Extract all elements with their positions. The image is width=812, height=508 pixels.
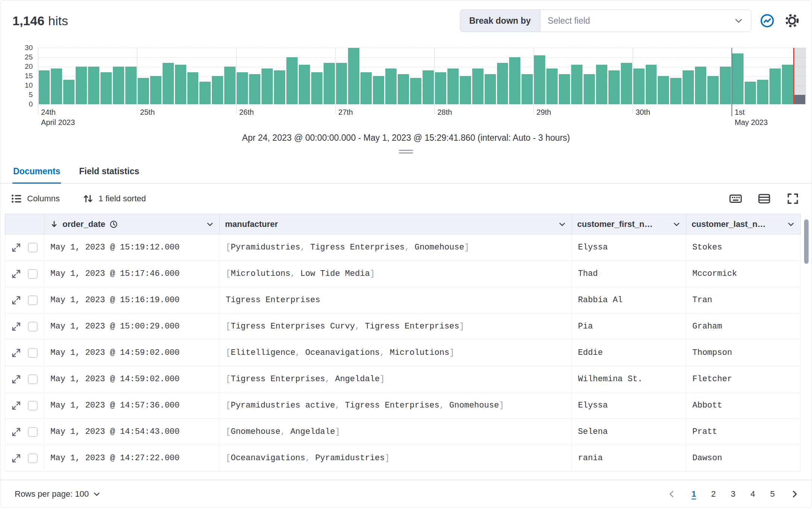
day-gridline [335,48,336,114]
cell-manufacturer: [Tigress Enterprises Curvy, Tigress Ente… [220,313,572,340]
table-header-row: order_date manufacturer [5,214,801,234]
cell-customer-first-name: Eddie [572,340,686,366]
histogram-bar [224,67,236,104]
chevron-down-icon [787,220,795,228]
histogram-bar [782,65,793,104]
expand-document-button[interactable] [11,401,21,411]
histogram-bar [534,55,545,104]
histogram-bar [212,76,223,104]
cell-row-controls [5,261,44,287]
columns-button[interactable]: Columns [9,193,62,205]
cell-order-date: May 1, 2023 @ 14:59:02.000 [44,340,220,366]
histogram-bar [596,65,607,104]
table-row: May 1, 2023 @ 15:00:29.000[Tigress Enter… [5,313,801,340]
select-row-checkbox[interactable] [28,243,38,252]
rows-per-page-button[interactable]: Rows per page: 100 [12,489,103,499]
expand-document-button[interactable] [11,243,21,252]
select-row-checkbox[interactable] [28,322,38,332]
column-header-customer-first-name[interactable]: customer_first_n… [572,214,686,234]
expand-document-button[interactable] [11,374,21,384]
cell-customer-first-name: rania [572,445,686,471]
page-3-button[interactable]: 3 [731,489,735,499]
time-range-caption: Apr 24, 2023 @ 00:00:00.000 - May 1, 202… [0,133,812,143]
cell-customer-last-name: Dawson [686,445,801,471]
fullscreen-icon [787,193,799,205]
cell-customer-last-name: Pratt [686,419,801,445]
histogram-bar [435,72,446,104]
partial-bucket-bar [794,95,806,104]
column-header-manufacturer[interactable]: manufacturer [220,214,572,234]
breakdown-control: Break down by Select field [460,9,751,32]
table-row: May 1, 2023 @ 14:59:02.000[Tigress Enter… [5,366,801,392]
cell-customer-first-name: Elyssa [572,234,686,261]
select-row-checkbox[interactable] [28,295,38,305]
cell-customer-last-name: Fletcher [686,366,801,392]
select-row-checkbox[interactable] [28,453,38,463]
cell-row-controls [5,340,44,366]
edit-visualization-icon [760,13,775,28]
expand-document-button[interactable] [11,269,21,279]
sort-descending-icon [50,220,59,229]
next-page-button[interactable] [790,489,800,499]
display-options-button[interactable] [757,191,772,206]
x-axis-label: 29th [534,107,551,117]
grid-toolbar: Columns 1 field sorted [0,184,812,214]
column-header-customer-last-name[interactable]: customer_last_n… [686,214,801,234]
sort-fields-label: 1 field sorted [99,194,146,204]
fullscreen-button[interactable] [785,191,800,206]
edit-visualization-button[interactable] [758,12,776,30]
panel-resize-handle[interactable] [399,150,413,154]
x-axis-label: 26th [236,107,254,117]
histogram-bar [683,70,694,104]
histogram-settings-button[interactable] [783,12,801,30]
expand-document-button[interactable] [11,427,21,437]
cell-customer-last-name: Mccormick [686,261,801,287]
histogram-bar [646,65,657,104]
expand-row-icon [11,401,21,411]
histogram-bar [398,74,409,104]
page-5-button[interactable]: 5 [770,489,775,499]
page-4-button[interactable]: 4 [751,489,755,499]
histogram-bar [633,68,645,104]
pagination: 12345 [667,489,800,499]
expand-document-button[interactable] [11,295,21,305]
histogram-bar [460,76,471,104]
page-1-button[interactable]: 1 [692,489,696,499]
view-tabs: Documents Field statistics [0,159,812,184]
select-row-checkbox[interactable] [28,374,38,384]
breakdown-field-select[interactable]: Select field [540,10,751,32]
cell-manufacturer: [Gnomehouse, Angeldale] [220,419,572,445]
histogram-bar [621,63,632,104]
chevron-left-icon [667,489,677,499]
header-actions: Break down by Select field [460,9,801,32]
expand-row-icon [11,269,21,279]
histogram-bar [757,80,768,104]
histogram-bar [125,67,137,104]
cell-row-controls [5,419,44,445]
column-label-customer-first-name: customer_first_n… [577,219,653,229]
select-row-checkbox[interactable] [28,427,38,437]
table-row: May 1, 2023 @ 15:16:19.000Tigress Enterp… [5,287,801,313]
select-row-checkbox[interactable] [28,401,38,411]
keyboard-shortcuts-button[interactable] [728,191,743,206]
x-axis-label: 1stMay 2023 [731,107,768,128]
vertical-scrollbar-thumb[interactable] [804,219,809,264]
expand-row-icon [11,374,21,384]
tab-field-statistics[interactable]: Field statistics [78,159,140,183]
tab-documents[interactable]: Documents [12,159,61,183]
column-header-order-date[interactable]: order_date [44,214,220,234]
chevron-down-icon [206,220,214,228]
y-axis-label: 15 [3,72,33,80]
header-bar: 1,146hits Break down by Select field [0,0,812,35]
histogram-bar [608,70,620,104]
previous-page-button[interactable] [667,489,677,499]
expand-document-button[interactable] [11,453,21,463]
page-2-button[interactable]: 2 [711,489,716,499]
expand-document-button[interactable] [11,322,21,332]
sort-fields-button[interactable]: 1 field sorted [80,193,148,205]
cell-manufacturer: [Pyramidustries active, Tigress Enterpri… [220,392,572,419]
select-row-checkbox[interactable] [28,348,38,358]
histogram-bar [150,76,161,104]
expand-document-button[interactable] [11,348,21,358]
select-row-checkbox[interactable] [28,269,38,279]
